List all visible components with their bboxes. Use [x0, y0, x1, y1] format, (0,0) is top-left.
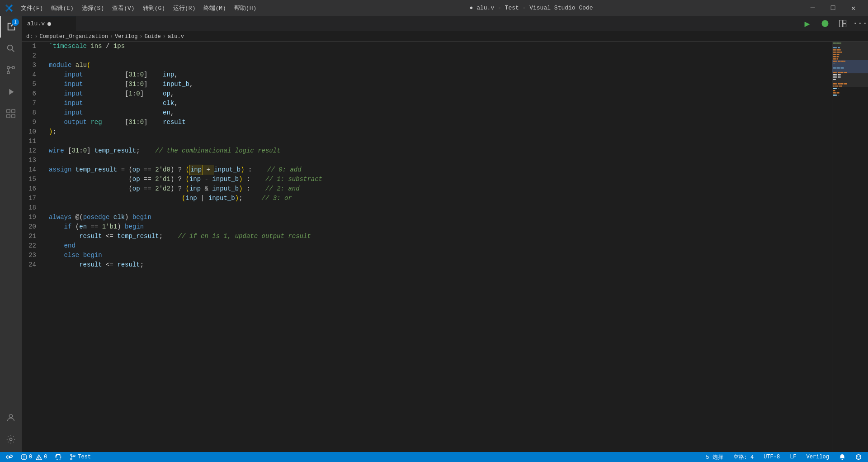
- activity-bar-bottom: [0, 407, 22, 450]
- code-editor[interactable]: `timescale 1ns / 1ps module alu( input […: [44, 42, 832, 452]
- minimap-content: ████████████ ██████ ███ ████ ██████ ████…: [832, 42, 868, 98]
- code-line-3: module alu(: [49, 61, 832, 70]
- tab-alu[interactable]: alu.v: [22, 16, 76, 31]
- line-num-17: 17: [22, 194, 40, 203]
- menu-terminal[interactable]: 终端(M): [200, 3, 229, 13]
- line-ending-text: LF: [790, 454, 796, 460]
- code-line-6: input [1:0] op,: [49, 89, 832, 99]
- code-line-20: if (en == 1'b1) begin: [49, 222, 832, 232]
- code-line-24: result <= result;: [49, 260, 832, 270]
- branch-name: Test: [78, 454, 91, 460]
- breadcrumb-file: alu.v: [168, 33, 184, 40]
- breadcrumb-verilog: Verilog: [115, 33, 137, 40]
- svg-rect-5: [7, 110, 10, 113]
- code-line-21: result <= temp_result; // if en is 1, up…: [49, 232, 832, 241]
- errors-indicator[interactable]: 0 0: [19, 452, 49, 462]
- line-num-11: 11: [22, 137, 40, 146]
- line-num-15: 15: [22, 175, 40, 184]
- minimize-button[interactable]: ─: [802, 0, 823, 16]
- line-num-19: 19: [22, 213, 40, 222]
- editor-content[interactable]: 1 2 3 4 5 6 7 8 9 10 11 12 13 14 15 16 1…: [22, 42, 868, 452]
- language-status[interactable]: Verilog: [805, 452, 831, 462]
- line-num-23: 23: [22, 251, 40, 260]
- run-debug-icon[interactable]: [0, 81, 22, 103]
- menu-view[interactable]: 查看(V): [108, 3, 138, 13]
- svg-point-0: [8, 45, 13, 50]
- explorer-icon[interactable]: 1: [0, 16, 22, 38]
- line-num-18: 18: [22, 203, 40, 213]
- line-num-10: 10: [22, 127, 40, 137]
- line-num-1: 1: [22, 42, 40, 51]
- code-line-22: end: [49, 241, 832, 251]
- line-num-12: 12: [22, 146, 40, 156]
- line-num-2: 2: [22, 51, 40, 61]
- svg-point-10: [9, 438, 12, 441]
- warning-count: 0: [44, 454, 47, 460]
- maximize-button[interactable]: □: [823, 0, 843, 16]
- code-line-13: [49, 156, 832, 165]
- layout-button[interactable]: [835, 16, 850, 32]
- line-num-7: 7: [22, 99, 40, 108]
- breadcrumb: d: › Computer_Organization › Verilog › G…: [26, 33, 184, 40]
- source-control-icon[interactable]: [0, 59, 22, 81]
- selection-status[interactable]: 5 选择: [704, 452, 725, 462]
- branch-indicator[interactable]: Test: [68, 452, 93, 462]
- tab-bar: alu.v ▶ ···: [22, 16, 868, 32]
- remote-indicator[interactable]: [5, 452, 14, 462]
- explorer-badge: 1: [12, 19, 19, 26]
- svg-point-17: [24, 458, 24, 459]
- svg-point-19: [71, 458, 72, 460]
- title-bar: 文件(F) 编辑(E) 选择(S) 查看(V) 转到(G) 运行(R) 终端(M…: [0, 0, 868, 16]
- code-line-9: output reg [31:0] result: [49, 118, 832, 127]
- code-line-14: assign temp_result = (op == 2'd0) ? (inp…: [49, 165, 832, 175]
- remote-button[interactable]: [817, 16, 833, 32]
- code-line-11: [49, 137, 832, 146]
- svg-line-1: [12, 49, 14, 52]
- feedback-icon[interactable]: [854, 452, 863, 462]
- spaces-status[interactable]: 空格: 4: [731, 452, 756, 462]
- activity-bar: 1: [0, 16, 22, 452]
- close-button[interactable]: ✕: [843, 0, 863, 16]
- settings-icon[interactable]: [0, 429, 22, 450]
- line-num-20: 20: [22, 222, 40, 232]
- encoding-status[interactable]: UTF-8: [762, 452, 782, 462]
- run-button[interactable]: ▶: [799, 16, 815, 32]
- language-text: Verilog: [807, 454, 829, 460]
- svg-rect-6: [12, 110, 15, 113]
- code-line-1: `timescale 1ns / 1ps: [49, 42, 832, 51]
- line-num-4: 4: [22, 70, 40, 80]
- more-actions-button[interactable]: ···: [852, 16, 868, 32]
- breadcrumb-bar: d: › Computer_Organization › Verilog › G…: [22, 32, 868, 42]
- selection-text: 5 选择: [706, 453, 723, 461]
- menu-run[interactable]: 运行(R): [170, 3, 199, 13]
- code-line-15: (op == 2'd1) ? (inp - input_b) : // 1: s…: [49, 175, 832, 184]
- breadcrumb-guide: Guide: [145, 33, 161, 40]
- line-ending-status[interactable]: LF: [788, 452, 798, 462]
- line-num-21: 21: [22, 232, 40, 241]
- line-num-22: 22: [22, 241, 40, 251]
- line-num-5: 5: [22, 80, 40, 89]
- code-line-4: input [31:0] inp,: [49, 70, 832, 80]
- editor-area: alu.v ▶ ··· d: › Computer_Organization ›: [22, 16, 868, 452]
- sync-indicator[interactable]: [53, 452, 63, 462]
- header-buttons: ▶ ···: [799, 16, 868, 31]
- menu-file[interactable]: 文件(F): [17, 3, 47, 13]
- svg-point-9: [9, 414, 12, 418]
- status-right: 5 选择 空格: 4 UTF-8 LF Verilog: [704, 452, 863, 462]
- extensions-icon[interactable]: [0, 103, 22, 124]
- menu-help[interactable]: 帮助(H): [231, 3, 260, 13]
- window-controls: ─ □ ✕: [802, 0, 863, 16]
- menu-goto[interactable]: 转到(G): [139, 3, 169, 13]
- code-line-23: else begin: [49, 251, 832, 260]
- search-icon[interactable]: [0, 38, 22, 59]
- activity-bar-top: 1: [0, 16, 22, 124]
- line-num-6: 6: [22, 89, 40, 99]
- menu-edit[interactable]: 编辑(E): [47, 3, 77, 13]
- svg-rect-12: [839, 20, 842, 27]
- notification-bell[interactable]: [837, 452, 847, 462]
- code-line-16: (op == 2'd2) ? (inp & input_b) : // 2: a…: [49, 184, 832, 194]
- status-bar: 0 0 Test 5 选择 空格: 4 UTF-8 LF Verilog: [0, 452, 868, 462]
- line-num-24: 24: [22, 260, 40, 270]
- menu-select[interactable]: 选择(S): [78, 3, 108, 13]
- account-icon[interactable]: [0, 407, 22, 429]
